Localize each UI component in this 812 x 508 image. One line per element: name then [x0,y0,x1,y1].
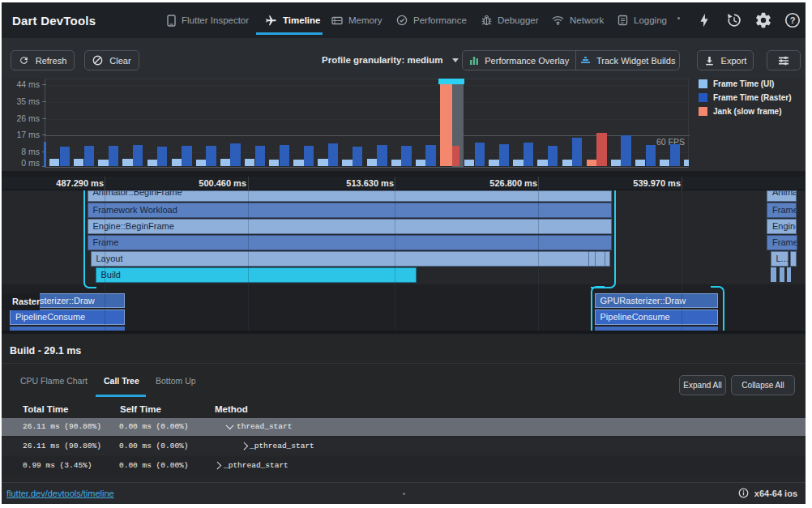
svg-text:?: ? [790,15,796,25]
